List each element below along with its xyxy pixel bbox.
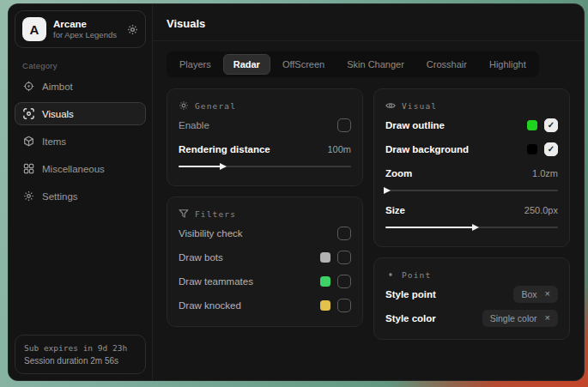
brand-subtitle: for Apex Legends: [53, 30, 120, 39]
enable-checkbox[interactable]: [337, 118, 351, 132]
tab-crosshair[interactable]: Crosshair: [416, 54, 477, 75]
tab-players[interactable]: Players: [169, 54, 221, 75]
panel-title: Visual: [402, 101, 437, 111]
draw-knocked-color-swatch[interactable]: [320, 300, 330, 311]
general-panel: General Enable Rendering distance 100m: [167, 88, 363, 186]
draw-bots-checkbox[interactable]: [337, 251, 351, 264]
zoom-value: 1.0zm: [532, 168, 558, 178]
main-header: Visuals: [153, 4, 584, 41]
draw-background-color-swatch[interactable]: [527, 144, 537, 154]
sidebar-item-label: Miscellaneous: [42, 164, 105, 174]
draw-knocked-checkbox[interactable]: [337, 299, 351, 312]
style-color-label: Style color: [385, 313, 436, 324]
rendering-distance-row: Rendering distance 100m: [179, 138, 351, 160]
rendering-distance-value: 100m: [327, 144, 351, 154]
draw-teammates-color-swatch[interactable]: [320, 276, 330, 287]
eye-icon: [385, 100, 396, 111]
style-color-row: Style color Single color ×: [385, 307, 558, 329]
brand-name: Arcane: [53, 19, 120, 29]
draw-background-row: Draw background ✓: [385, 138, 558, 160]
point-panel: Point Style point Box × Style color Sing…: [373, 257, 570, 340]
tab-offscreen[interactable]: OffScreen: [272, 54, 335, 75]
filters-panel: Filters Visibility check Draw bots: [167, 197, 363, 327]
style-color-select[interactable]: Single color ×: [482, 310, 558, 327]
draw-bots-color-swatch[interactable]: [320, 252, 330, 263]
tab-bar: Players Radar OffScreen Skin Changer Cro…: [167, 51, 539, 77]
slider-thumb[interactable]: [384, 187, 391, 194]
sub-expires-text: Sub expires in 9d 23h: [24, 343, 136, 353]
close-icon[interactable]: ×: [545, 313, 550, 323]
slider-thumb[interactable]: [472, 224, 479, 231]
package-icon: [23, 136, 34, 147]
visibility-check-row: Visibility check: [179, 222, 351, 244]
size-slider[interactable]: [385, 223, 558, 232]
size-label: Size: [385, 205, 405, 215]
visibility-check-label: Visibility check: [179, 228, 243, 239]
panel-title: General: [195, 101, 236, 111]
style-point-select[interactable]: Box ×: [513, 286, 558, 303]
app-window: A Arcane for Apex Legends Category: [8, 3, 585, 381]
visual-panel: Visual Draw outline ✓ Draw background: [373, 88, 570, 247]
sun-gear-icon: [179, 100, 189, 111]
draw-background-label: Draw background: [385, 144, 469, 154]
gear-icon[interactable]: [127, 24, 138, 35]
category-label: Category: [22, 61, 138, 70]
rendering-distance-slider[interactable]: [179, 162, 351, 171]
zoom-slider[interactable]: [385, 186, 558, 195]
tab-radar[interactable]: Radar: [223, 54, 270, 75]
enable-row: Enable: [179, 114, 351, 136]
draw-bots-row: Draw bots: [179, 246, 351, 268]
draw-knocked-row: Draw knocked: [179, 294, 351, 316]
content-grid: General Enable Rendering distance 100m: [153, 77, 584, 351]
draw-knocked-label: Draw knocked: [179, 300, 241, 311]
size-row: Size 250.0px: [385, 199, 558, 221]
tab-skin-changer[interactable]: Skin Changer: [336, 54, 415, 75]
sidebar-item-label: Settings: [42, 191, 78, 202]
panel-title: Filters: [195, 209, 236, 219]
sidebar-nav: Aimbot Visuals Items: [15, 75, 146, 208]
sidebar-item-label: Aimbot: [42, 82, 73, 92]
visibility-check-checkbox[interactable]: [337, 227, 351, 240]
page-title: Visuals: [167, 17, 205, 30]
sidebar-item-items[interactable]: Items: [15, 130, 146, 153]
style-point-row: Style point Box ×: [385, 283, 558, 305]
draw-teammates-row: Draw teammates: [179, 270, 351, 292]
draw-background-checkbox[interactable]: ✓: [544, 142, 558, 156]
zoom-row: Zoom 1.0zm: [385, 162, 558, 184]
zoom-label: Zoom: [385, 168, 412, 178]
draw-outline-row: Draw outline ✓: [385, 114, 558, 136]
tab-highlight[interactable]: Highlight: [479, 54, 536, 75]
sidebar-item-label: Visuals: [42, 109, 74, 119]
sidebar-item-miscellaneous[interactable]: Miscellaneous: [15, 157, 146, 180]
draw-outline-checkbox[interactable]: ✓: [544, 118, 558, 132]
slider-thumb[interactable]: [220, 163, 227, 170]
draw-bots-label: Draw bots: [179, 252, 223, 263]
style-point-label: Style point: [385, 289, 436, 299]
sidebar-item-aimbot[interactable]: Aimbot: [15, 75, 146, 98]
rendering-distance-label: Rendering distance: [179, 144, 270, 154]
draw-outline-label: Draw outline: [385, 120, 445, 130]
sidebar-item-visuals[interactable]: Visuals: [15, 102, 146, 125]
panel-title: Point: [402, 270, 431, 280]
funnel-icon: [179, 209, 189, 219]
eye-scan-icon: [23, 108, 34, 119]
sidebar: A Arcane for Apex Legends Category: [9, 4, 153, 380]
gear-icon: [23, 190, 34, 202]
grid-icon: [23, 163, 34, 174]
session-info: Sub expires in 9d 23h Session duration 2…: [15, 335, 146, 374]
brand-card: A Arcane for Apex Legends: [15, 10, 146, 48]
close-icon[interactable]: ×: [545, 289, 550, 299]
sidebar-item-label: Items: [42, 136, 66, 147]
sidebar-item-settings[interactable]: Settings: [15, 184, 146, 208]
session-duration-text: Session duration 2m 56s: [24, 356, 136, 366]
brand-logo: A: [22, 17, 46, 41]
enable-label: Enable: [179, 120, 209, 130]
dot-icon: [385, 269, 396, 280]
main-content: Visuals Players Radar OffScreen Skin Cha…: [153, 4, 584, 380]
crosshair-icon: [23, 81, 34, 92]
draw-outline-color-swatch[interactable]: [527, 120, 537, 130]
size-value: 250.0px: [524, 205, 558, 215]
draw-teammates-label: Draw teammates: [179, 276, 253, 287]
draw-teammates-checkbox[interactable]: [337, 275, 351, 288]
